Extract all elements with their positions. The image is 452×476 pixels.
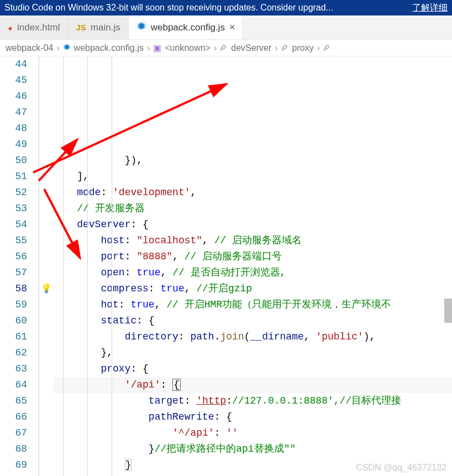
line-number: 69 (0, 457, 27, 473)
code-line[interactable]: '/api': { (53, 377, 452, 393)
code-editor[interactable]: 444546474849505152535455565758💡596061626… (0, 56, 452, 476)
code-line[interactable]: proxy: { (53, 361, 452, 377)
line-number: 57 (0, 265, 27, 281)
code-line[interactable]: static: { (53, 313, 452, 329)
tab-main-js[interactable]: JS main.js (68, 15, 128, 39)
line-number: 59 (0, 297, 27, 313)
line-number: 65 (0, 393, 27, 409)
module-icon: ▣ (153, 43, 161, 53)
notification-text: Studio Code on Windows 32-bit will soon … (4, 0, 333, 15)
watermark: CSDN @qq_46372132 (356, 463, 446, 473)
code-line[interactable]: } (53, 473, 452, 476)
tab-label: index.html (17, 22, 60, 33)
line-number: 46 (0, 88, 27, 104)
line-number: 66 (0, 409, 27, 425)
wrench-icon (220, 43, 228, 53)
code-line[interactable]: open: true, // 是否自动打开浏览器, (53, 265, 452, 281)
line-number: 48 (0, 121, 27, 137)
chevron-icon: › (214, 43, 217, 53)
line-number: 56 (0, 249, 27, 265)
line-number: 54 (0, 217, 27, 233)
wrench-icon (281, 43, 289, 53)
gutter: 444546474849505152535455565758💡596061626… (0, 56, 39, 476)
js-icon: JS (76, 23, 86, 32)
tabs-bar: ⬥ index.html JS main.js webpack.config.j… (0, 15, 452, 40)
code-line[interactable]: // 开发服务器 (53, 201, 452, 217)
code-line[interactable]: }//把请求路径中的api替换成"" (53, 441, 452, 457)
close-icon[interactable]: × (229, 22, 235, 33)
line-number: 52 (0, 185, 27, 201)
line-number: 64 (0, 377, 27, 393)
breadcrumb-item[interactable]: webpack-04 (6, 43, 53, 53)
svg-marker-1 (139, 23, 144, 29)
html-icon: ⬥ (8, 23, 13, 32)
line-number: 53 (0, 201, 27, 217)
breadcrumb-item[interactable]: devServer (231, 43, 271, 53)
code-line[interactable]: hot: true, // 开启HMR功能（只能用于开发环境，生产环境不 (53, 297, 452, 313)
chevron-icon: › (317, 43, 320, 53)
code-line[interactable]: devServer: { (53, 217, 452, 233)
line-number: 51 (0, 169, 27, 185)
chevron-icon: › (275, 43, 277, 53)
line-number: 67 (0, 425, 27, 441)
wrench-icon (323, 43, 331, 53)
line-number: 50 (0, 153, 27, 169)
code-line[interactable]: ], (53, 169, 452, 185)
tab-index-html[interactable]: ⬥ index.html (0, 15, 68, 39)
webpack-icon (136, 21, 146, 34)
chevron-icon: › (56, 43, 59, 53)
code-area[interactable]: }), ], mode: 'development', // 开发服务器 dev… (39, 56, 452, 476)
breadcrumb-item[interactable]: proxy (292, 43, 314, 53)
line-number: 61 (0, 329, 27, 345)
line-number: 45 (0, 72, 27, 88)
code-line[interactable]: '^/api': '' (53, 425, 452, 441)
tab-label: webpack.config.js (151, 22, 225, 33)
code-line[interactable]: compress: true, //开启gzip (53, 281, 452, 297)
code-line[interactable]: mode: 'development', (53, 185, 452, 201)
code-line[interactable]: port: "8888", // 启动服务器端口号 (53, 249, 452, 265)
breadcrumb[interactable]: webpack-04 › webpack.config.js › ▣ <unkn… (0, 40, 452, 56)
line-number: 58 (0, 281, 27, 297)
line-number: 63 (0, 361, 27, 377)
webpack-icon (63, 43, 71, 53)
tab-webpack-config[interactable]: webpack.config.js × (129, 15, 244, 39)
line-number: 49 (0, 137, 27, 153)
code-line[interactable]: target: 'http://127.0.0.1:8888',//目标代理接 (53, 393, 452, 409)
line-number: 44 (0, 56, 27, 72)
code-line[interactable]: pathRewrite: { (53, 409, 452, 425)
breadcrumb-item[interactable]: <unknown> (165, 43, 211, 53)
line-number: 60 (0, 313, 27, 329)
code-line[interactable]: }), (53, 153, 452, 169)
breadcrumb-item[interactable]: webpack.config.js (74, 43, 144, 53)
line-number: 55 (0, 233, 27, 249)
notification-link[interactable]: 了解详细 (412, 0, 448, 15)
scrollbar-thumb[interactable] (444, 299, 452, 323)
tab-label: main.js (91, 22, 120, 33)
code-line[interactable]: host: "localhost", // 启动服务器域名 (53, 233, 452, 249)
line-number: 47 (0, 104, 27, 121)
line-number: 68 (0, 441, 27, 457)
chevron-icon: › (147, 43, 150, 53)
notification-bar: Studio Code on Windows 32-bit will soon … (0, 0, 452, 15)
code-line[interactable]: }, (53, 345, 452, 361)
line-number: 62 (0, 345, 27, 361)
code-line[interactable]: directory: path.join(__dirname, 'public'… (53, 329, 452, 345)
